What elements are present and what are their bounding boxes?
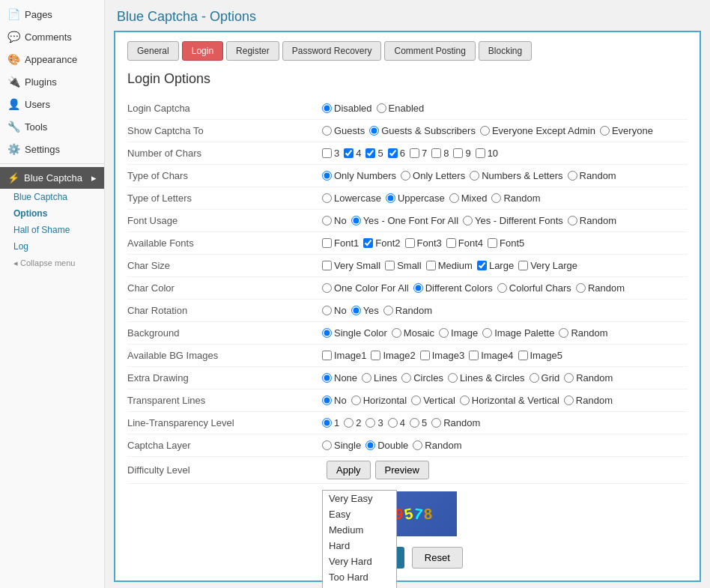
input-line-transparency-level-2[interactable] <box>344 418 354 428</box>
input-background-random[interactable] <box>559 328 568 338</box>
input-char-size-large[interactable] <box>477 261 487 270</box>
option-item-line-transparency-level-5[interactable]: 5 <box>410 417 427 428</box>
input-font-usage-yes-different[interactable] <box>463 216 473 225</box>
option-item-login-captcha-enabled[interactable]: Enabled <box>377 103 425 114</box>
option-item-line-transparency-level-3[interactable]: 3 <box>365 417 383 428</box>
input-line-transparency-level-5[interactable] <box>410 418 419 428</box>
input-font-usage-no[interactable] <box>322 216 332 225</box>
option-item-type-of-chars-numbers-letters[interactable]: Numbers & Letters <box>470 170 562 181</box>
input-line-transparency-level-4[interactable] <box>388 418 398 428</box>
input-char-size-very-large[interactable] <box>518 261 528 270</box>
tab-register[interactable]: Register <box>226 41 279 61</box>
option-item-available-bg-images-image1[interactable]: Image1 <box>322 350 366 361</box>
input-type-of-letters-lowercase[interactable] <box>322 193 332 203</box>
option-item-extra-drawing-random[interactable]: Random <box>564 372 613 384</box>
tab-comment-posting[interactable]: Comment Posting <box>384 41 475 61</box>
tab-blocking[interactable]: Blocking <box>479 41 532 61</box>
input-available-bg-images-image4[interactable] <box>469 351 479 360</box>
input-number-of-chars-8[interactable] <box>431 148 441 158</box>
option-item-number-of-chars-5[interactable]: 5 <box>365 148 383 159</box>
input-captcha-layer-single[interactable] <box>322 440 332 450</box>
input-char-color-different-colors[interactable] <box>413 283 423 293</box>
input-available-bg-images-image5[interactable] <box>518 351 528 360</box>
option-item-transparent-lines-vertical[interactable]: Vertical <box>411 395 455 406</box>
option-item-background-single-color[interactable]: Single Color <box>322 327 387 339</box>
option-item-available-bg-images-image5[interactable]: Image5 <box>518 350 562 361</box>
sidebar-item-tools[interactable]: 🔧 Tools <box>0 115 104 138</box>
input-char-color-random[interactable] <box>576 283 586 293</box>
tab-general[interactable]: General <box>127 41 179 61</box>
input-login-captcha-disabled[interactable] <box>322 103 332 113</box>
option-item-transparent-lines-random[interactable]: Random <box>564 395 613 406</box>
input-number-of-chars-5[interactable] <box>365 148 375 158</box>
option-item-show-captcha-to-guests-subscribers[interactable]: Guests & Subscribers <box>369 125 476 136</box>
sidebar-sub-hall-of-shame[interactable]: Hall of Shame <box>0 222 104 238</box>
input-line-transparency-level-random[interactable] <box>431 418 441 428</box>
option-item-extra-drawing-lines[interactable]: Lines <box>362 372 397 384</box>
input-captcha-layer-double[interactable] <box>365 440 375 450</box>
option-item-font-usage-yes-different[interactable]: Yes - Different Fonts <box>463 215 563 226</box>
option-item-char-rotation-random[interactable]: Random <box>383 305 432 316</box>
input-available-bg-images-image1[interactable] <box>322 351 332 360</box>
tab-login[interactable]: Login <box>182 41 223 61</box>
option-item-type-of-chars-only-letters[interactable]: Only Letters <box>401 170 465 181</box>
option-item-line-transparency-level-2[interactable]: 2 <box>344 417 361 428</box>
option-item-available-fonts-font2[interactable]: Font2 <box>363 237 400 249</box>
option-item-available-bg-images-image4[interactable]: Image4 <box>469 350 513 361</box>
option-item-background-mosaic[interactable]: Mosaic <box>392 327 434 339</box>
input-font-usage-random[interactable] <box>568 216 577 225</box>
input-transparent-lines-horizontal[interactable] <box>351 395 361 405</box>
input-show-captcha-to-guests-subscribers[interactable] <box>369 126 379 136</box>
option-item-number-of-chars-6[interactable]: 6 <box>388 148 405 159</box>
input-available-fonts-font5[interactable] <box>488 238 497 248</box>
sidebar-sub-options[interactable]: Options <box>0 205 104 222</box>
option-item-line-transparency-level-random[interactable]: Random <box>431 417 480 428</box>
input-char-rotation-random[interactable] <box>383 306 393 315</box>
input-extra-drawing-lines-circles[interactable] <box>448 373 458 383</box>
option-item-line-transparency-level-1[interactable]: 1 <box>322 417 339 428</box>
option-item-type-of-letters-random[interactable]: Random <box>491 193 540 204</box>
option-item-transparent-lines-no[interactable]: No <box>322 395 347 406</box>
option-item-char-color-different-colors[interactable]: Different Colors <box>413 282 493 294</box>
option-item-char-color-one-color[interactable]: One Color For All <box>322 282 409 294</box>
option-item-type-of-chars-random[interactable]: Random <box>568 170 616 181</box>
input-type-of-chars-numbers-letters[interactable] <box>470 171 479 181</box>
tab-password-recovery[interactable]: Password Recovery <box>282 41 382 61</box>
sidebar-sub-log[interactable]: Log <box>0 238 104 255</box>
input-available-fonts-font3[interactable] <box>405 238 415 248</box>
input-background-single-color[interactable] <box>322 328 332 338</box>
option-item-type-of-letters-lowercase[interactable]: Lowercase <box>322 193 381 204</box>
collapse-menu[interactable]: ◂ Collapse menu <box>0 255 104 272</box>
option-item-number-of-chars-10[interactable]: 10 <box>476 148 498 159</box>
input-char-rotation-yes[interactable] <box>351 306 361 315</box>
input-char-color-colorful-chars[interactable] <box>497 283 507 293</box>
input-background-image-palette[interactable] <box>482 328 492 338</box>
option-item-type-of-letters-mixed[interactable]: Mixed <box>449 193 488 204</box>
input-char-color-one-color[interactable] <box>322 283 332 293</box>
input-type-of-letters-uppercase[interactable] <box>386 193 395 203</box>
option-item-login-captcha-disabled[interactable]: Disabled <box>322 103 372 114</box>
option-item-type-of-letters-uppercase[interactable]: Uppercase <box>386 193 445 204</box>
input-extra-drawing-circles[interactable] <box>401 373 411 383</box>
input-type-of-chars-random[interactable] <box>568 171 577 181</box>
input-line-transparency-level-1[interactable] <box>322 418 332 428</box>
option-item-captcha-layer-random[interactable]: Random <box>413 440 461 451</box>
input-background-image[interactable] <box>439 328 449 338</box>
input-char-rotation-no[interactable] <box>322 306 332 315</box>
option-item-show-captcha-to-everyone[interactable]: Everyone <box>600 125 653 136</box>
input-type-of-chars-only-letters[interactable] <box>401 171 410 181</box>
input-number-of-chars-9[interactable] <box>453 148 463 158</box>
input-available-fonts-font1[interactable] <box>322 238 332 248</box>
input-show-captcha-to-everyone[interactable] <box>600 126 610 136</box>
option-item-available-bg-images-image2[interactable]: Image2 <box>371 350 415 361</box>
option-item-transparent-lines-horizontal[interactable]: Horizontal <box>351 395 407 406</box>
sidebar-item-appearance[interactable]: 🎨 Appearance <box>0 48 104 70</box>
option-item-char-size-large[interactable]: Large <box>477 260 514 271</box>
option-item-available-bg-images-image3[interactable]: Image3 <box>420 350 464 361</box>
option-item-font-usage-yes-one[interactable]: Yes - One Font For All <box>351 215 458 226</box>
option-item-available-fonts-font1[interactable]: Font1 <box>322 237 359 249</box>
option-item-extra-drawing-none[interactable]: None <box>322 372 357 384</box>
input-transparent-lines-random[interactable] <box>564 395 574 405</box>
input-show-captcha-to-everyone-except-admin[interactable] <box>480 126 490 136</box>
input-number-of-chars-4[interactable] <box>344 148 354 158</box>
